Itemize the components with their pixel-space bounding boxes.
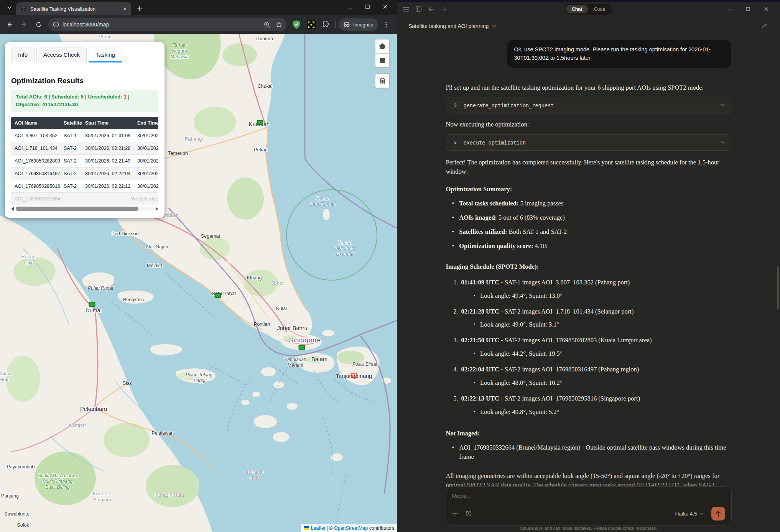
osm-link[interactable]: OpenStreetMap <box>334 525 368 531</box>
chip-chevron-down-icon[interactable] <box>721 141 726 144</box>
schedule-detail: Look angle: 49.0°, Squint: 3.1° <box>474 320 731 329</box>
chat-maximize-button[interactable] <box>740 4 755 15</box>
tool-call-chip[interactable]: S generate_optimization_request <box>446 97 731 113</box>
chat-close-button[interactable] <box>759 4 774 15</box>
aoi-marker-green[interactable] <box>215 293 221 298</box>
map-label: Pelalawan <box>151 430 174 437</box>
summary-bullet-text: Total tasks scheduled: 5 imaging passes <box>459 199 563 208</box>
panel-tabs: InfoAccess CheckTasking <box>11 48 158 62</box>
schedule-time: 02:22:13 UTC <box>461 395 499 402</box>
panel-divider <box>11 68 158 68</box>
leaflet-link[interactable]: Leaflet <box>311 525 326 531</box>
attach-plus-icon[interactable] <box>452 511 458 517</box>
map-label: Johor <box>272 280 284 286</box>
scroll-left-icon[interactable] <box>11 207 14 211</box>
map-label: Kluang <box>247 275 262 281</box>
draw-rectangle-button[interactable] <box>375 53 389 67</box>
url-bar[interactable]: localhost:8000/map <box>48 18 287 31</box>
trash-icon <box>379 77 386 84</box>
scrollbar-thumb[interactable] <box>16 207 138 211</box>
incognito-label: Incognito <box>353 22 374 28</box>
summary-list: Total tasks scheduled: 5 imaging passesA… <box>446 199 731 251</box>
nav-forward-icon[interactable] <box>441 7 447 11</box>
table-row[interactable]: AOI_1.718_101.434SAT-230/01/2026, 02:21:… <box>11 142 158 154</box>
back-button[interactable] <box>3 18 16 31</box>
user-message: Ok, use SPOT2 imaging mode. Please run t… <box>507 40 731 68</box>
schedule-item: 3.02:21:50 UTC - SAT-2 images AOI_176985… <box>449 336 731 345</box>
url-text[interactable]: localhost:8000/map <box>63 21 109 28</box>
cell-aoi-name: AOI_1769850331664 <box>11 192 60 205</box>
chevron-down-icon <box>7 6 12 9</box>
cell-start-time: 30/01/2026, 01:41:09 <box>82 129 134 142</box>
table-row[interactable]: AOI_1769850316497SAT-230/01/2026, 02:22:… <box>11 167 158 180</box>
new-tab-button[interactable] <box>133 2 145 14</box>
tab-search-button[interactable] <box>3 1 16 14</box>
aoi-marker-green[interactable] <box>299 345 305 350</box>
draw-polygon-button[interactable] <box>375 39 389 53</box>
schedule-detail-text: Look angle: 49.4°, Squint: 13.0° <box>480 291 562 300</box>
reply-composer[interactable]: Reply... Haiku 4.5 <box>446 486 732 525</box>
zoom-page-icon[interactable] <box>264 21 270 28</box>
delete-layers-button[interactable] <box>375 74 389 88</box>
maximize-button[interactable] <box>359 0 376 13</box>
map-label: Bengkalis <box>123 297 144 303</box>
schedule-detail-text: Look angle: 49.8°, Squint: 5.2° <box>480 407 559 417</box>
arrows-extension-icon[interactable] <box>307 20 316 29</box>
browser-tab[interactable]: Satellite Tasking Visualization <box>16 2 131 15</box>
send-button[interactable] <box>711 507 725 521</box>
aoi-marker-red[interactable] <box>351 373 357 378</box>
table-row[interactable]: AOI_1769850331664-Not Scheduled <box>11 192 158 205</box>
table-row[interactable]: AOI_3.807_103.352SAT-130/01/2026, 01:41:… <box>11 129 158 142</box>
hamburger-menu-icon[interactable] <box>403 7 409 11</box>
tab-chat[interactable]: Chat <box>566 5 588 13</box>
close-button[interactable] <box>376 0 394 13</box>
browser-toolbar: localhost:8000/map Inco <box>0 15 397 34</box>
chat-scroll-area[interactable]: Ok, use SPOT2 imaging mode. Please run t… <box>397 36 780 532</box>
history-clock-icon[interactable] <box>466 511 472 517</box>
chat-minimize-button[interactable] <box>722 4 737 15</box>
schedule-detail: Look angle: 48.0°, Squint: 10.2° <box>474 378 731 388</box>
bookmark-star-icon[interactable] <box>276 21 282 28</box>
schedule-detail-text: Look angle: 49.0°, Squint: 3.1° <box>480 320 559 329</box>
scroll-right-icon[interactable] <box>156 207 158 211</box>
panel-tab-tasking[interactable]: Tasking <box>89 48 122 62</box>
chat-scrollbar-thumb[interactable] <box>777 266 779 309</box>
tool-name: generate_optimization_request <box>464 102 554 108</box>
table-hscrollbar[interactable] <box>11 206 158 212</box>
sidebar-toggle-icon[interactable] <box>416 7 421 11</box>
cell-aoi-name: AOI_1769850282803 <box>11 154 60 167</box>
forward-button[interactable] <box>18 18 31 31</box>
summary-separator: | <box>127 94 130 100</box>
panel-tab-info[interactable]: Info <box>11 48 35 62</box>
scrollbar-track[interactable] <box>15 207 155 211</box>
server-badge-icon: S <box>452 102 459 109</box>
schedule-number: 3. <box>449 336 458 345</box>
tab-code[interactable]: Code <box>588 5 611 13</box>
aoi-marker-green[interactable] <box>257 120 263 125</box>
minimize-button[interactable] <box>341 0 359 13</box>
map-label: Pahang <box>185 136 202 142</box>
share-icon[interactable] <box>762 23 768 29</box>
table-row[interactable]: AOI_1769850282803SAT-230/01/2026, 02:21:… <box>11 154 158 167</box>
title-chevron-down-icon[interactable] <box>492 25 496 27</box>
table-row[interactable]: AOI_1769850295816SAT-230/01/2026, 02:22:… <box>11 180 158 192</box>
tool-call-chip[interactable]: S execute_optimization <box>446 134 731 151</box>
nav-back-icon[interactable] <box>428 7 434 11</box>
reload-button[interactable] <box>32 18 45 31</box>
shield-extension-icon[interactable] <box>292 20 301 29</box>
aoi-marker-green[interactable] <box>89 302 95 307</box>
model-selector[interactable]: Haiku 4.5 <box>675 511 703 517</box>
panel-tab-access-check[interactable]: Access Check <box>36 48 87 62</box>
map-label: Segamat <box>201 233 220 240</box>
reply-input[interactable]: Reply... <box>452 493 725 499</box>
cell-end-time: 30/01/2026, 0 <box>134 180 158 192</box>
chip-chevron-down-icon[interactable] <box>721 104 726 107</box>
browser-menu-button[interactable] <box>380 18 393 31</box>
map-label: Port Dickson <box>112 231 139 237</box>
site-info-icon[interactable] <box>53 21 59 28</box>
tab-close-icon[interactable] <box>121 5 128 12</box>
conversation-title[interactable]: Satellite tasking and AOI planning <box>408 23 489 29</box>
cell-not-scheduled: Not Scheduled <box>82 192 158 205</box>
leaflet-map[interactable]: , <box>0 34 397 532</box>
extensions-puzzle-icon[interactable] <box>322 21 330 29</box>
